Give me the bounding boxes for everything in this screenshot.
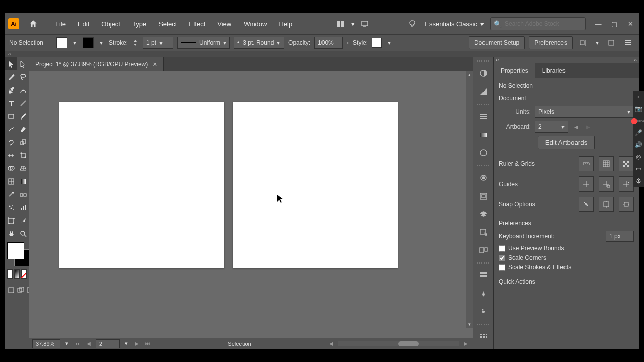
- hand-tool[interactable]: [5, 227, 17, 240]
- stroke-panel-icon[interactable]: [476, 110, 491, 124]
- transparency-panel-icon[interactable]: [476, 146, 491, 160]
- stroke-swatch-dropdown[interactable]: ▾: [98, 37, 105, 48]
- maximize-button[interactable]: ▢: [609, 18, 620, 29]
- hscroll-right-icon[interactable]: ▶: [462, 340, 470, 348]
- prev-artboard-button[interactable]: ◀: [572, 123, 580, 131]
- type-tool[interactable]: [5, 97, 17, 110]
- tab-properties[interactable]: Properties: [494, 63, 535, 78]
- asset-export-panel-icon[interactable]: [476, 225, 491, 239]
- stroke-swatch[interactable]: [83, 37, 94, 48]
- preferences-button[interactable]: Preferences: [529, 36, 573, 49]
- horizontal-scrollbar[interactable]: [338, 341, 459, 346]
- draw-normal-icon[interactable]: [7, 284, 15, 297]
- rectangle-tool[interactable]: [5, 110, 17, 123]
- arrange-documents-icon[interactable]: [334, 17, 347, 30]
- direct-selection-tool[interactable]: [17, 57, 29, 70]
- fill-color-swatch[interactable]: [7, 242, 24, 259]
- vertical-scrollbar[interactable]: ▴ ▾: [466, 71, 473, 328]
- style-dropdown[interactable]: ▾: [386, 37, 393, 48]
- artboard-tool[interactable]: [5, 214, 17, 227]
- opacity-field[interactable]: 100%: [314, 37, 343, 49]
- fill-swatch[interactable]: [56, 37, 67, 48]
- align-to-icon[interactable]: [577, 36, 590, 49]
- draw-behind-icon[interactable]: [17, 284, 25, 297]
- learn-icon[interactable]: [406, 17, 419, 30]
- gpu-preview-icon[interactable]: [358, 17, 371, 30]
- artboard-nav-field[interactable]: 2: [96, 339, 120, 348]
- paintbrush-tool[interactable]: [17, 110, 29, 123]
- graphic-styles-panel-icon[interactable]: [476, 189, 491, 203]
- target-icon[interactable]: ◎: [633, 151, 644, 163]
- smart-guides-icon[interactable]: [619, 176, 634, 192]
- lock-guides-icon[interactable]: [599, 176, 614, 192]
- workspace-switcher[interactable]: Essentials Classic ▾: [421, 18, 488, 30]
- symbols-panel-icon[interactable]: [476, 305, 491, 319]
- camera-icon[interactable]: 📷: [633, 103, 644, 115]
- hscroll-left-icon[interactable]: ◀: [327, 340, 335, 348]
- width-tool[interactable]: [5, 149, 17, 162]
- audio-icon[interactable]: 🔊: [633, 139, 644, 151]
- curvature-tool[interactable]: [17, 83, 29, 97]
- layers-panel-icon[interactable]: [476, 207, 491, 221]
- gradient-mode-icon[interactable]: [14, 269, 20, 279]
- ruler-toggle-icon[interactable]: [579, 156, 594, 171]
- line-tool[interactable]: [17, 97, 29, 110]
- style-swatch[interactable]: [372, 38, 382, 48]
- panel-collapse-left-icon[interactable]: ‹‹: [496, 57, 499, 63]
- swatches-panel-icon[interactable]: [476, 268, 491, 283]
- pen-tool[interactable]: [5, 83, 17, 97]
- mesh-tool[interactable]: [5, 175, 17, 188]
- grid-toggle-icon[interactable]: [599, 156, 614, 171]
- none-mode-icon[interactable]: [21, 269, 27, 279]
- expand-strip-icon[interactable]: ‹: [633, 90, 644, 103]
- scale-strokes-check[interactable]: Scale Strokes & Effects: [499, 264, 634, 271]
- close-tab-icon[interactable]: ×: [153, 60, 157, 68]
- scale-corners-check[interactable]: Scale Corners: [499, 254, 634, 261]
- menu-object[interactable]: Object: [96, 18, 125, 30]
- gradient-panel-icon[interactable]: [476, 128, 491, 142]
- snap-point-icon[interactable]: [579, 197, 594, 212]
- panel-collapse-right-icon[interactable]: ››: [633, 57, 637, 63]
- brush-field[interactable]: •3 pt. Round▾: [234, 37, 284, 49]
- mic-icon[interactable]: 🎤: [633, 127, 644, 139]
- free-transform-tool[interactable]: [17, 149, 29, 162]
- color-mode-icon[interactable]: [7, 269, 13, 279]
- snap-grid-icon[interactable]: [599, 197, 614, 212]
- artboard-select[interactable]: 2▾: [535, 121, 568, 133]
- rectangle-shape[interactable]: [114, 149, 181, 216]
- last-artboard-icon[interactable]: ⏭: [144, 340, 152, 348]
- artboards-panel-icon[interactable]: [476, 243, 491, 257]
- document-setup-button[interactable]: Document Setup: [469, 36, 525, 49]
- menu-effect[interactable]: Effect: [184, 18, 210, 30]
- color-panel-icon[interactable]: [476, 66, 491, 80]
- stroke-profile-field[interactable]: Uniform▾: [177, 37, 230, 49]
- column-graph-tool[interactable]: [17, 201, 29, 214]
- menu-window[interactable]: Window: [238, 18, 272, 30]
- fill-dropdown[interactable]: ▾: [71, 37, 78, 48]
- symbol-sprayer-tool[interactable]: [5, 201, 17, 214]
- show-guides-icon[interactable]: [579, 176, 594, 192]
- collapse-control-bar[interactable]: ‹‹: [5, 51, 639, 57]
- first-artboard-icon[interactable]: ⏮: [73, 340, 82, 348]
- transform-icon[interactable]: [605, 36, 618, 49]
- record-icon[interactable]: ⬤00:43: [633, 115, 644, 127]
- next-artboard-button[interactable]: ▶: [584, 123, 592, 131]
- scroll-down-icon[interactable]: ▾: [466, 321, 473, 328]
- menu-type[interactable]: Type: [127, 18, 151, 30]
- shaper-tool[interactable]: [5, 123, 17, 136]
- appearance-panel-icon[interactable]: [476, 171, 491, 185]
- search-input[interactable]: [505, 20, 582, 27]
- home-button[interactable]: [25, 18, 41, 30]
- window-icon[interactable]: ▭: [633, 163, 644, 175]
- close-button[interactable]: ✕: [625, 18, 636, 29]
- zoom-field[interactable]: 37.89%: [32, 339, 60, 348]
- magic-wand-tool[interactable]: [5, 70, 17, 83]
- snap-pixel-icon[interactable]: [619, 197, 634, 212]
- next-artboard-icon[interactable]: ▶: [133, 340, 141, 348]
- shape-builder-tool[interactable]: [5, 162, 17, 175]
- list-icon[interactable]: [622, 36, 635, 49]
- align-to-dropdown[interactable]: ▾: [594, 37, 601, 48]
- lasso-tool[interactable]: [17, 70, 29, 83]
- align-panel-icon[interactable]: [476, 330, 491, 344]
- arrange-documents-dropdown[interactable]: ▾: [349, 18, 356, 29]
